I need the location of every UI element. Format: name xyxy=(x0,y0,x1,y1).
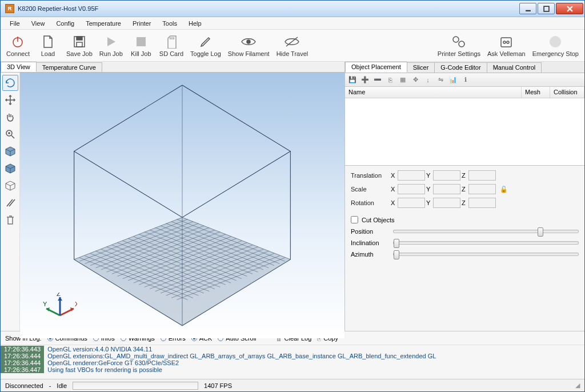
load-button[interactable]: Load xyxy=(33,31,63,61)
drop-icon[interactable]: ↓ xyxy=(424,77,432,83)
run-job-button[interactable]: Run Job xyxy=(96,31,126,61)
analysis-icon[interactable]: 📊 xyxy=(449,76,457,83)
position-slider[interactable] xyxy=(393,230,579,233)
translation-z-input[interactable] xyxy=(468,170,496,181)
ask-velleman-button[interactable]: Ask Velleman xyxy=(484,31,529,61)
translation-y-input[interactable] xyxy=(433,170,460,181)
inclination-label: Inclination xyxy=(351,239,391,246)
axis-gizmo: X Y Z xyxy=(43,293,77,321)
svg-rect-18 xyxy=(501,38,511,47)
col-collision[interactable]: Collision xyxy=(550,87,584,98)
translation-label: Translation xyxy=(351,172,391,179)
eye-off-icon xyxy=(284,36,300,47)
svg-text:Y: Y xyxy=(43,301,47,307)
center-icon[interactable]: ✥ xyxy=(411,76,419,83)
iso-view-2-button[interactable] xyxy=(2,161,18,177)
object-list-header: Name Mesh Collision xyxy=(345,87,584,98)
svg-text:Z: Z xyxy=(57,293,61,297)
col-mesh[interactable]: Mesh xyxy=(522,87,550,98)
menu-temperature[interactable]: Temperature xyxy=(80,18,127,29)
svg-rect-1 xyxy=(544,6,549,11)
menu-tools[interactable]: Tools xyxy=(157,18,183,29)
tab-manual-control[interactable]: Manual Control xyxy=(487,62,542,73)
object-list[interactable] xyxy=(345,98,584,166)
lock-icon[interactable]: 🔓 xyxy=(497,186,511,193)
minimize-button[interactable] xyxy=(519,3,536,14)
lines-icon xyxy=(5,197,16,209)
inclination-slider[interactable] xyxy=(393,241,579,245)
grid-icon[interactable]: ▦ xyxy=(399,76,407,83)
emergency-stop-button[interactable]: Emergency Stop xyxy=(529,31,582,61)
trash-icon xyxy=(5,214,15,226)
save-icon[interactable]: 💾 xyxy=(348,76,356,83)
toggle-log-button[interactable]: Toggle Log xyxy=(187,31,225,61)
menu-file[interactable]: File xyxy=(4,18,26,29)
rotation-label: Rotation xyxy=(351,199,391,206)
cut-objects-checkbox[interactable]: Cut Objects xyxy=(351,216,579,223)
fps-status: 1407 FPS xyxy=(204,382,232,389)
azimuth-label: Azimuth xyxy=(351,251,391,258)
floppy-icon xyxy=(73,35,86,48)
col-name[interactable]: Name xyxy=(345,87,522,98)
menu-printer[interactable]: Printer xyxy=(127,18,157,29)
hand-icon xyxy=(5,111,16,123)
tab-temperature-curve[interactable]: Temperature Curve xyxy=(36,62,102,72)
cube-wire-icon xyxy=(5,180,16,191)
iso-view-1-button[interactable] xyxy=(2,143,18,159)
pan-view-button[interactable] xyxy=(2,109,18,125)
maximize-button[interactable] xyxy=(538,3,555,14)
stop-icon xyxy=(135,36,147,47)
show-filament-button[interactable]: Show Filament xyxy=(225,31,273,61)
kill-job-button[interactable]: Kill Job xyxy=(126,31,156,61)
menu-view[interactable]: View xyxy=(26,18,51,29)
3d-viewport[interactable]: X Y Z xyxy=(20,73,344,338)
menu-help[interactable]: Help xyxy=(183,18,207,29)
window-titlebar: R K8200 Repetier-Host V0.95F xyxy=(1,1,584,17)
mirror-icon[interactable]: ⇋ xyxy=(436,76,444,83)
connect-button[interactable]: Connect xyxy=(3,31,33,61)
tab-object-placement[interactable]: Object Placement xyxy=(345,62,407,73)
svg-point-20 xyxy=(507,41,509,43)
svg-marker-38 xyxy=(74,217,291,325)
status-bar: Disconnected - Idle 1407 FPS ◢ xyxy=(1,379,584,391)
azimuth-slider[interactable] xyxy=(393,253,579,256)
svg-point-19 xyxy=(503,41,506,43)
scale-y-input[interactable] xyxy=(433,184,460,194)
remove-icon[interactable]: ➖ xyxy=(374,76,382,83)
iso-view-3-button[interactable] xyxy=(2,178,18,194)
save-job-button[interactable]: Save Job xyxy=(63,31,96,61)
rotation-y-input[interactable] xyxy=(433,198,460,208)
info-icon[interactable]: ℹ xyxy=(462,76,470,83)
move-view-button[interactable] xyxy=(2,92,18,108)
robot-icon xyxy=(499,35,513,49)
state-status: Idle xyxy=(57,382,67,389)
resize-grip[interactable]: ◢ xyxy=(575,382,580,389)
tab-3d-view[interactable]: 3D View xyxy=(1,62,37,72)
printer-settings-button[interactable]: Printer Settings xyxy=(434,31,484,61)
rotation-x-input[interactable] xyxy=(398,198,425,208)
rotation-z-input[interactable] xyxy=(468,198,496,208)
tab-gcode-editor[interactable]: G-Code Editor xyxy=(434,62,487,73)
progress-bar xyxy=(73,382,198,390)
move-icon xyxy=(5,94,16,106)
cube-icon xyxy=(5,163,16,174)
menu-bar: File View Config Temperature Printer Too… xyxy=(1,17,584,30)
rotate-view-button[interactable] xyxy=(2,75,18,91)
log-panel[interactable]: 17:26:36.443OpenGL version:4.4.0 NVIDIA … xyxy=(1,345,584,379)
scale-x-input[interactable] xyxy=(398,184,425,194)
menu-config[interactable]: Config xyxy=(50,18,80,29)
zoom-button[interactable] xyxy=(2,126,18,142)
scale-z-input[interactable] xyxy=(468,184,496,194)
trash-button[interactable] xyxy=(2,212,18,228)
translation-x-input[interactable] xyxy=(398,170,425,181)
add-icon[interactable]: ➕ xyxy=(361,76,369,83)
hide-travel-button[interactable]: Hide Travel xyxy=(273,31,312,61)
copy-icon[interactable]: ⎘ xyxy=(386,77,394,83)
svg-point-21 xyxy=(550,36,561,47)
svg-rect-7 xyxy=(77,37,82,40)
tab-slicer[interactable]: Slicer xyxy=(407,62,435,73)
sd-card-button[interactable]: SD Card xyxy=(156,31,187,61)
close-button[interactable] xyxy=(556,3,583,14)
parallel-lines-button[interactable] xyxy=(2,195,18,211)
emergency-icon xyxy=(548,35,562,49)
